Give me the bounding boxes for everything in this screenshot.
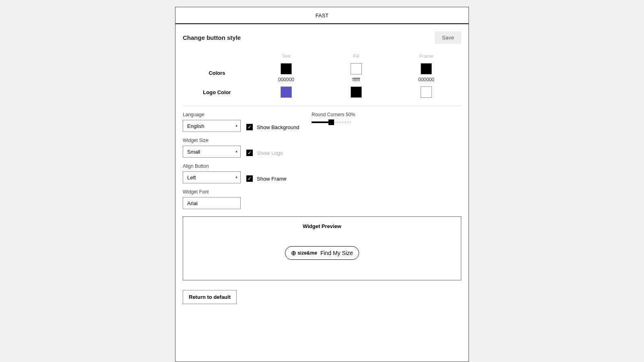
show-background-checkbox[interactable]: ✓ [246, 124, 253, 130]
language-label: Language [183, 112, 241, 117]
language-select[interactable]: English ▲▼ [183, 120, 241, 132]
logo-color-3-swatch[interactable] [421, 86, 432, 98]
language-value: English [187, 123, 204, 129]
show-frame-label: Show Frame [257, 176, 287, 182]
color-fill-hex: ffffff [353, 77, 360, 82]
color-text-swatch[interactable] [281, 63, 292, 74]
align-button-label: Align Button [183, 163, 241, 169]
align-button-value: Left [187, 175, 196, 181]
widget-size-select[interactable]: Small ▲▼ [183, 146, 241, 158]
color-frame-hex: 000000 [418, 77, 434, 82]
slider-block: Round Corners 50% [312, 112, 355, 209]
logo-color-2-swatch[interactable] [351, 86, 362, 98]
tab-fast[interactable]: FAST [316, 12, 329, 19]
tab-strip: FAST [175, 7, 469, 24]
col-text-label: Text [282, 53, 291, 59]
logo-text: size&me [297, 250, 317, 256]
col-fill: Fill [321, 53, 391, 59]
left-controls: Language English ▲▼ ✓ Show Background Wi… [183, 112, 299, 209]
show-frame-checkbox[interactable]: ✓ [246, 175, 253, 182]
logo-icon [291, 251, 296, 256]
logo-color-1-swatch[interactable] [281, 86, 292, 98]
widget-size-label: Widget Size [183, 138, 241, 143]
controls-row: Language English ▲▼ ✓ Show Background Wi… [183, 112, 461, 209]
preview-box: Widget Preview size&me Find My Size [183, 216, 461, 280]
color-frame-swatch[interactable] [421, 63, 432, 74]
show-logo-checkbox[interactable]: ✓ [246, 150, 253, 156]
content-area: Change button style Save Text Fill Frame… [175, 24, 469, 311]
row-logo-label: Logo Color [183, 89, 251, 95]
color-grid: Text Fill Frame Colors 000000 ffffff 000… [183, 53, 461, 106]
color-fill-swatch[interactable] [351, 63, 362, 74]
show-logo-label: Show Logo [257, 150, 283, 156]
preview-button[interactable]: size&me Find My Size [285, 246, 359, 260]
show-background-label: Show Background [257, 124, 299, 130]
col-text: Text [251, 53, 321, 59]
col-frame: Frame [391, 53, 461, 59]
logo: size&me [291, 250, 317, 256]
slider-thumb[interactable] [328, 119, 334, 125]
preview-button-label: Find My Size [320, 250, 353, 256]
save-button[interactable]: Save [435, 31, 461, 44]
align-button-select[interactable]: Left ▲▼ [183, 171, 241, 183]
color-text-hex: 000000 [278, 77, 294, 82]
widget-font-label: Widget Font [183, 189, 241, 195]
col-frame-label: Frame [419, 53, 433, 59]
header-row: Change button style Save [183, 31, 461, 44]
widget-font-input[interactable] [183, 197, 241, 209]
page-title: Change button style [183, 34, 241, 41]
preview-title: Widget Preview [183, 223, 461, 229]
row-colors-label: Colors [183, 70, 251, 76]
col-fill-label: Fill [353, 53, 359, 59]
widget-size-value: Small [187, 149, 200, 155]
return-default-button[interactable]: Return to default [183, 290, 237, 304]
settings-card: FAST Change button style Save Text Fill … [175, 7, 469, 362]
round-corners-slider[interactable] [312, 121, 352, 123]
round-corners-label: Round Corners 50% [312, 112, 355, 117]
